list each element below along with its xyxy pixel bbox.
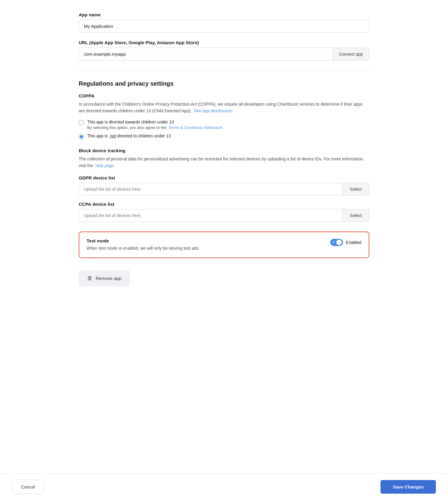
footer-bar: Cancel Save Changes bbox=[0, 473, 448, 500]
ccpa-input[interactable] bbox=[79, 209, 342, 222]
coppa-title: COPPA bbox=[79, 93, 369, 98]
test-mode-toggle-label: Enabled bbox=[346, 240, 361, 245]
regulations-title: Regulations and privacy settings bbox=[79, 80, 369, 87]
app-name-input[interactable] bbox=[79, 20, 369, 33]
block-tracking-section: Block device tracking The collection of … bbox=[79, 148, 369, 169]
coppa-section: COPPA In accordance with the Children's … bbox=[79, 93, 369, 140]
terms-conditions-link[interactable]: Terms & Conditions Addendum bbox=[169, 125, 222, 130]
remove-app-label: Remove app bbox=[96, 276, 121, 281]
coppa-option1: This app is directed towards children un… bbox=[79, 119, 369, 130]
trash-icon: 🗑 bbox=[87, 275, 93, 281]
test-mode-toggle[interactable]: ✓ bbox=[330, 239, 343, 246]
test-mode-title: Test mode bbox=[87, 238, 323, 243]
gdpr-label: GDPR device list bbox=[79, 175, 369, 180]
gdpr-select-button[interactable]: Select bbox=[342, 183, 369, 195]
remove-app-button[interactable]: 🗑 Remove app bbox=[79, 270, 130, 286]
test-mode-box: Test mode When test mode is enabled, we … bbox=[79, 232, 369, 258]
gdpr-input[interactable] bbox=[79, 183, 342, 195]
see-app-disclosures-link[interactable]: See app disclosures bbox=[194, 108, 232, 113]
coppa-option2-label[interactable]: This app is not directed to children und… bbox=[87, 133, 171, 138]
ccpa-label: CCPA device list bbox=[79, 202, 369, 207]
test-mode-content: Test mode When test mode is enabled, we … bbox=[87, 238, 323, 252]
save-changes-button[interactable]: Save Changes bbox=[380, 480, 436, 494]
cancel-button[interactable]: Cancel bbox=[12, 480, 44, 494]
ccpa-section: CCPA device list Select bbox=[79, 202, 369, 222]
coppa-no-radio[interactable] bbox=[79, 134, 84, 140]
test-mode-toggle-area: ✓ Enabled bbox=[330, 239, 361, 246]
url-label: URL (Apple App Store, Google Play, Amazo… bbox=[79, 40, 369, 45]
connect-app-button[interactable]: Connect app bbox=[333, 48, 369, 60]
coppa-option1-sublabel: By selecting this option, you also agree… bbox=[87, 125, 222, 130]
section-divider bbox=[79, 70, 369, 71]
coppa-description: In accordance with the Children's Online… bbox=[79, 101, 369, 114]
gdpr-section: GDPR device list Select bbox=[79, 175, 369, 196]
url-input[interactable] bbox=[79, 48, 333, 60]
coppa-option1-label[interactable]: This app is directed towards children un… bbox=[87, 120, 174, 124]
ccpa-select-button[interactable]: Select bbox=[342, 209, 369, 222]
app-name-label: App name bbox=[79, 12, 369, 17]
remove-app-section: 🗑 Remove app bbox=[79, 270, 369, 323]
coppa-yes-radio[interactable] bbox=[79, 120, 84, 125]
toggle-slider: ✓ bbox=[330, 239, 343, 246]
test-mode-description: When test mode is enabled, we will only … bbox=[87, 245, 323, 252]
toggle-checkmark: ✓ bbox=[332, 240, 335, 244]
block-tracking-title: Block device tracking bbox=[79, 148, 369, 153]
coppa-radio-group: This app is directed towards children un… bbox=[79, 119, 369, 140]
block-tracking-description: The collection of personal data for pers… bbox=[79, 156, 369, 169]
regulations-section: Regulations and privacy settings COPPA I… bbox=[79, 80, 369, 222]
coppa-option2: This app is not directed to children und… bbox=[79, 133, 369, 140]
help-page-link[interactable]: help page bbox=[95, 163, 114, 168]
